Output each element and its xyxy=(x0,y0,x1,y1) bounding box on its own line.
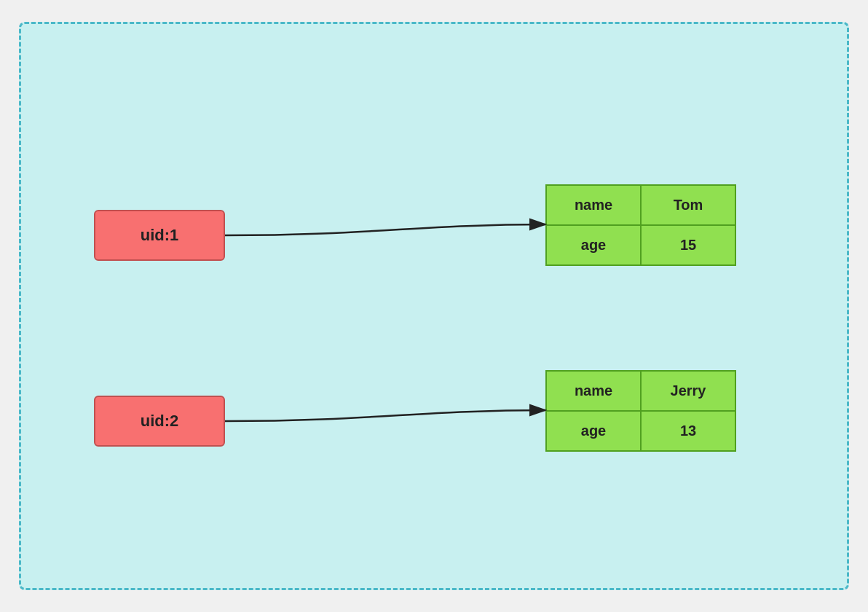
key-cell: age xyxy=(546,411,641,451)
table-row: name Jerry xyxy=(546,371,735,411)
table-row: name Tom xyxy=(546,185,735,225)
uid2-box: uid:2 xyxy=(94,396,225,447)
uid1-box: uid:1 xyxy=(94,210,225,261)
key-cell: name xyxy=(546,185,641,225)
data-table-1: name Tom age 15 xyxy=(545,184,736,266)
uid1-label: uid:1 xyxy=(141,226,179,245)
diagram-canvas: uid:1 uid:2 name Tom age 15 name Jerry a… xyxy=(19,22,849,590)
key-cell: name xyxy=(546,371,641,411)
table-row: age 13 xyxy=(546,411,735,451)
uid2-label: uid:2 xyxy=(141,412,179,431)
arrow-uid2-table2 xyxy=(225,410,545,421)
key-cell: age xyxy=(546,225,641,265)
value-cell: Tom xyxy=(641,185,735,225)
value-cell: Jerry xyxy=(641,371,735,411)
value-cell: 15 xyxy=(641,225,735,265)
value-cell: 13 xyxy=(641,411,735,451)
arrows-svg xyxy=(21,24,847,588)
table-row: age 15 xyxy=(546,225,735,265)
data-table-2: name Jerry age 13 xyxy=(545,370,736,452)
arrow-uid1-table1 xyxy=(225,224,545,235)
